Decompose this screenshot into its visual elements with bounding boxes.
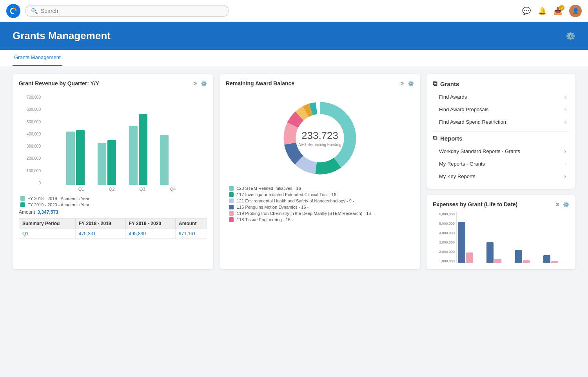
expense-bar-blue-3 (543, 255, 550, 263)
legend-item-1: FY 2019 - 2020 - Academic Year (20, 202, 207, 207)
donut-chart-card: Remaining Award Balance ⚙ ⚙️ (220, 74, 420, 269)
col-fy1819: FY 2018 - 2019 (76, 218, 126, 229)
donut-container: 233,723 AVG Remaining Funding (226, 91, 414, 185)
bar-group-q3 (129, 114, 157, 185)
expense-bar-blue-0 (458, 222, 465, 263)
page-header: Grants Management ⚙️ (0, 22, 588, 50)
avatar[interactable]: 👤 (569, 5, 582, 17)
tab-bar: Grants Management (0, 50, 588, 66)
col-period: Summary Period (19, 218, 76, 229)
bar-group-q2 (98, 140, 126, 185)
settings-icon-chart[interactable]: ⚙️ (201, 81, 207, 87)
expense-bar-pink-1 (494, 259, 501, 263)
expense-group-3 (543, 255, 568, 263)
nav-label-find-proposals: Find Award Proposals (439, 106, 488, 112)
filter-icon-donut[interactable]: ⚙ (400, 81, 405, 87)
reports-title: Reports (440, 135, 463, 142)
grants-copy-icon: ⧉ (433, 80, 437, 87)
bars-container (63, 95, 191, 185)
amount-label: Amount (19, 209, 35, 215)
expenses-icons[interactable]: ⚙ ⚙️ (555, 202, 569, 207)
cell-fy1819[interactable]: 475,331 (76, 229, 126, 239)
col-fy1920: FY 2019 - 2020 (125, 218, 176, 229)
legend-color-1 (20, 202, 25, 207)
nav-item-my-reports[interactable]: My Reports - Grants › (433, 157, 569, 170)
chevron-icon-0: › (564, 94, 566, 100)
donut-dot-4 (229, 211, 234, 216)
inbox-icon[interactable]: 📥 2 (554, 7, 562, 15)
reports-section-title: ⧉ Reports (433, 135, 569, 142)
bar-q1-dark (76, 130, 85, 185)
nav-icons: 💬 🔔 📥 2 👤 (522, 5, 582, 17)
legend-item-donut-1: 117 Investigator Initiated Extended Clin… (229, 191, 411, 198)
settings-icon-expenses[interactable]: ⚙️ (563, 202, 569, 207)
bar-chart-icons[interactable]: ⚙ ⚙️ (193, 81, 207, 87)
legend-item-donut-4: 119 Probing Iron Chemistry in the Deep M… (229, 210, 411, 216)
bell-icon[interactable]: 🔔 (538, 7, 546, 15)
expense-bar-blue-1 (486, 242, 494, 263)
top-nav: 🔍 💬 🔔 📥 2 👤 (0, 0, 588, 22)
search-bar[interactable]: 🔍 (25, 5, 229, 17)
expense-group-1 (486, 242, 511, 263)
chevron-icon-5: › (564, 173, 566, 179)
chat-icon[interactable]: 💬 (522, 7, 531, 15)
donut-label-2: 121 Environmental Health and Safety of N… (237, 198, 354, 203)
search-icon: 🔍 (31, 8, 38, 14)
donut-label-5: 118 Tissue Engineering - 15 - (237, 217, 293, 222)
nav-label-spend-restriction: Find Award Spend Restriction (439, 119, 506, 125)
settings-icon[interactable]: ⚙️ (566, 31, 575, 41)
expenses-bars (456, 212, 569, 263)
filter-icon[interactable]: ⚙ (193, 81, 198, 87)
nav-item-find-award-proposals[interactable]: Find Award Proposals › (433, 103, 569, 115)
cell-period[interactable]: Q1 (19, 229, 76, 239)
donut-label-4: 119 Probing Iron Chemistry in the Deep M… (237, 211, 374, 216)
chevron-icon-2: › (564, 119, 566, 125)
donut-dot-3 (229, 205, 234, 209)
amount-value: 3,347,573 (37, 209, 58, 215)
inbox-badge: 2 (559, 5, 564, 11)
legend-item-0: FY 2018 - 2019 - Academic Year (20, 196, 207, 201)
bar-q4-light (160, 135, 169, 185)
expense-bar-pink-2 (523, 260, 530, 263)
bar-q2-dark (107, 140, 116, 185)
x-labels: Q1 Q2 Q3 Q4 (63, 185, 191, 191)
expenses-title: Expenses by Grant (Life to Date) (433, 201, 517, 207)
donut-dot-2 (229, 198, 234, 203)
donut-number: 233,723 (298, 130, 341, 142)
legend-label-0: FY 2018 - 2019 - Academic Year (27, 196, 89, 201)
cell-fy1920[interactable]: 495,830 (125, 229, 176, 239)
main-content: Grant Revenue by Quarter: Y/Y ⚙ ⚙️ 700,0… (0, 66, 588, 277)
bar-chart-title: Grant Revenue by Quarter: Y/Y (19, 80, 99, 87)
nav-item-find-spend-restriction[interactable]: Find Award Spend Restriction › (433, 115, 569, 128)
tab-grants-management[interactable]: Grants Management (13, 50, 62, 66)
bar-group-q4 (160, 135, 188, 185)
legend-item-donut-3: 116 Penguins Motion Dynamics - 16 - (229, 204, 411, 210)
donut-label: 233,723 AVG Remaining Funding (298, 130, 341, 147)
page-title: Grants Management (13, 30, 111, 42)
nav-item-workday-reports[interactable]: Workday Standard Reports - Grants › (433, 145, 569, 157)
expense-group-2 (515, 250, 539, 263)
chevron-icon-3: › (564, 148, 566, 154)
nav-label-find-awards: Find Awards (439, 94, 467, 100)
filter-icon-expenses[interactable]: ⚙ (555, 202, 560, 207)
bar-q2-light (98, 143, 106, 185)
donut-chart-title: Remaining Award Balance (226, 80, 294, 87)
legend-item-donut-2: 121 Environmental Health and Safety of N… (229, 198, 411, 204)
settings-icon-donut[interactable]: ⚙️ (408, 81, 414, 87)
bar-chart-card: Grant Revenue by Quarter: Y/Y ⚙ ⚙️ 700,0… (13, 74, 213, 269)
legend-item-donut-0: 123 STEM Related Initiatives - 16 - (229, 185, 411, 191)
nav-item-my-key-reports[interactable]: My Key Reports › (433, 170, 569, 182)
cell-amount[interactable]: 971,161 (176, 229, 207, 239)
bar-q3-light (129, 126, 138, 185)
expense-group-0 (458, 222, 483, 263)
legend-color-0 (20, 196, 25, 201)
expenses-header: Expenses by Grant (Life to Date) ⚙ ⚙️ (433, 201, 569, 207)
donut-label-1: 117 Investigator Initiated Extended Clin… (237, 192, 339, 197)
summary-table: Summary Period FY 2018 - 2019 FY 2019 - … (19, 218, 207, 239)
donut-sub: AVG Remaining Funding (298, 143, 341, 147)
search-input[interactable] (41, 8, 223, 14)
donut-dot-1 (229, 192, 234, 197)
donut-chart-header: Remaining Award Balance ⚙ ⚙️ (226, 80, 414, 87)
nav-item-find-awards[interactable]: Find Awards › (433, 90, 569, 103)
donut-chart-icons[interactable]: ⚙ ⚙️ (400, 81, 414, 87)
